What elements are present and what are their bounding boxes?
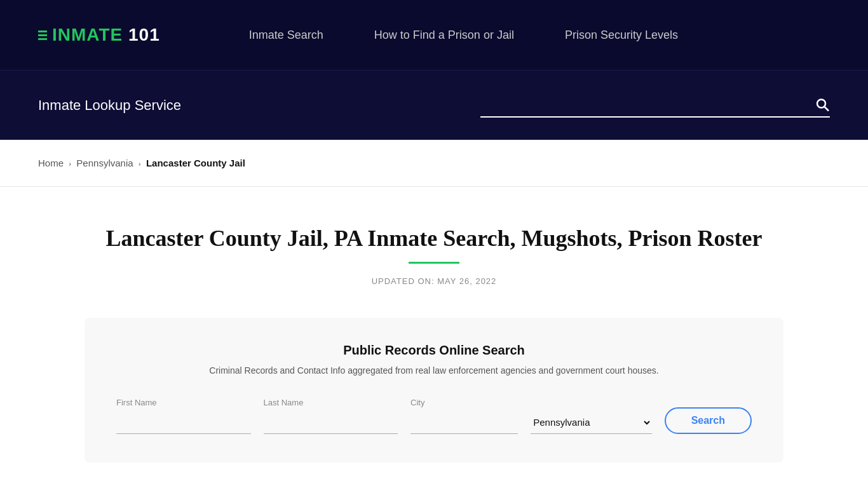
logo-bars-icon (38, 30, 47, 40)
breadcrumb-separator-1: › (69, 158, 71, 168)
search-form: First Name Last Name City AlabamaAlaskaA… (116, 398, 752, 434)
first-name-field: First Name (116, 398, 251, 434)
svg-line-1 (825, 107, 829, 111)
last-name-field: Last Name (264, 398, 398, 434)
title-underline (409, 262, 459, 264)
top-navigation: INMATE 101 Inmate Search How to Find a P… (0, 0, 868, 70)
search-input[interactable] (480, 93, 830, 118)
svg-point-0 (817, 99, 825, 107)
search-icon (815, 97, 830, 112)
breadcrumb-home[interactable]: Home (38, 158, 64, 168)
search-service-label: Inmate Lookup Service (38, 97, 181, 114)
search-records-button[interactable]: Search (665, 407, 752, 434)
breadcrumb-state[interactable]: Pennsylvania (76, 158, 133, 168)
city-label: City (410, 398, 518, 407)
nav-prison-security[interactable]: Prison Security Levels (565, 29, 678, 42)
public-records-box: Public Records Online Search Criminal Re… (85, 318, 783, 463)
main-content: Lancaster County Jail, PA Inmate Search,… (0, 187, 868, 488)
updated-label: UPDATED ON: MAY 26, 2022 (372, 276, 497, 286)
search-input-container (480, 93, 830, 118)
state-select[interactable]: AlabamaAlaskaArizonaArkansasCaliforniaCo… (531, 411, 651, 434)
public-records-title: Public Records Online Search (116, 343, 752, 358)
breadcrumb-current: Lancaster County Jail (146, 158, 245, 168)
first-name-input[interactable] (116, 412, 251, 434)
state-field: AlabamaAlaskaArizonaArkansasCaliforniaCo… (531, 411, 651, 434)
last-name-label: Last Name (264, 398, 398, 407)
breadcrumb-separator-2: › (139, 158, 141, 168)
nav-how-to-find[interactable]: How to Find a Prison or Jail (374, 29, 514, 42)
breadcrumb: Home › Pennsylvania › Lancaster County J… (0, 140, 868, 187)
page-title: Lancaster County Jail, PA Inmate Search,… (106, 225, 763, 252)
last-name-input[interactable] (264, 412, 398, 434)
logo[interactable]: INMATE 101 (38, 25, 160, 45)
logo-text: INMATE 101 (52, 25, 160, 45)
search-button-icon[interactable] (815, 97, 830, 114)
nav-links: Inmate Search How to Find a Prison or Ja… (249, 29, 678, 42)
city-input[interactable] (410, 412, 518, 434)
nav-inmate-search[interactable]: Inmate Search (249, 29, 323, 42)
public-records-desc: Criminal Records and Contact Info aggreg… (116, 365, 752, 376)
first-name-label: First Name (116, 398, 251, 407)
search-bar-section: Inmate Lookup Service (0, 70, 868, 140)
city-field: City (410, 398, 518, 434)
